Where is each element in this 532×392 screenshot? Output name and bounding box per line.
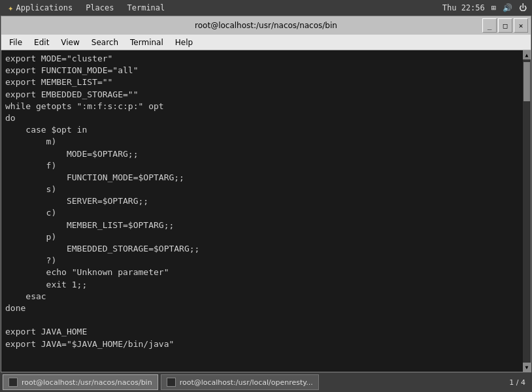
terminal-output[interactable]: export MODE="cluster" export FUNCTION_MO… (1, 50, 523, 372)
menu-bar: FileEditViewSearchTerminalHelp (1, 35, 531, 50)
terminal-menu-top[interactable]: Terminal (125, 2, 168, 14)
terminal-window: root@localhost:/usr/nacos/nacos/bin _ □ … (1, 16, 531, 372)
system-bar-left: ✦ Applications Places Terminal (5, 1, 167, 14)
menu-item-edit[interactable]: Edit (29, 37, 54, 48)
scrollbar[interactable]: ▲ ▼ (523, 50, 531, 372)
terminal-content-wrapper: export MODE="cluster" export FUNCTION_MO… (1, 50, 531, 372)
menu-item-search[interactable]: Search (86, 37, 124, 48)
taskbar-item-icon-0 (8, 378, 18, 387)
volume-icon: 🔊 (503, 3, 512, 12)
power-icon[interactable]: ⏻ (519, 3, 527, 12)
taskbar: root@localhost:/usr/nacos/nacos/binroot@… (0, 372, 532, 392)
taskbar-item-icon-1 (167, 378, 176, 387)
taskbar-item-1[interactable]: root@localhost:/usr/local/openresty... (161, 374, 319, 390)
system-bar-right: Thu 22:56 ⊞ 🔊 ⏻ (442, 3, 527, 12)
close-button[interactable]: ✕ (514, 18, 528, 33)
clock: Thu 22:56 (442, 3, 485, 12)
page-indicator: 1 / 4 (509, 378, 529, 387)
window-controls: _ □ ✕ (482, 18, 528, 33)
taskbar-item-0[interactable]: root@localhost:/usr/nacos/nacos/bin (3, 374, 158, 390)
menu-item-view[interactable]: View (56, 37, 84, 48)
scrollbar-up-button[interactable]: ▲ (523, 50, 531, 59)
system-bar: ✦ Applications Places Terminal Thu 22:56… (0, 0, 532, 16)
scrollbar-thumb[interactable] (524, 62, 530, 101)
app-icon: ✦ (8, 3, 13, 13)
maximize-button[interactable]: □ (498, 18, 512, 33)
taskbar-item-label-0: root@localhost:/usr/nacos/nacos/bin (22, 378, 152, 387)
menu-item-terminal[interactable]: Terminal (125, 37, 169, 48)
applications-label: Applications (16, 3, 73, 12)
scrollbar-down-button[interactable]: ▼ (523, 363, 531, 372)
window-title: root@localhost:/usr/nacos/nacos/bin (195, 21, 337, 30)
menu-item-help[interactable]: Help (170, 37, 198, 48)
places-menu[interactable]: Places (83, 2, 116, 14)
minimize-button[interactable]: _ (482, 18, 497, 33)
menu-item-file[interactable]: File (4, 37, 27, 48)
taskbar-item-label-1: root@localhost:/usr/local/openresty... (180, 378, 313, 387)
scrollbar-track[interactable] (523, 59, 531, 363)
title-bar: root@localhost:/usr/nacos/nacos/bin _ □ … (1, 16, 531, 35)
applications-menu[interactable]: ✦ Applications (5, 1, 75, 14)
network-icon: ⊞ (491, 3, 496, 12)
